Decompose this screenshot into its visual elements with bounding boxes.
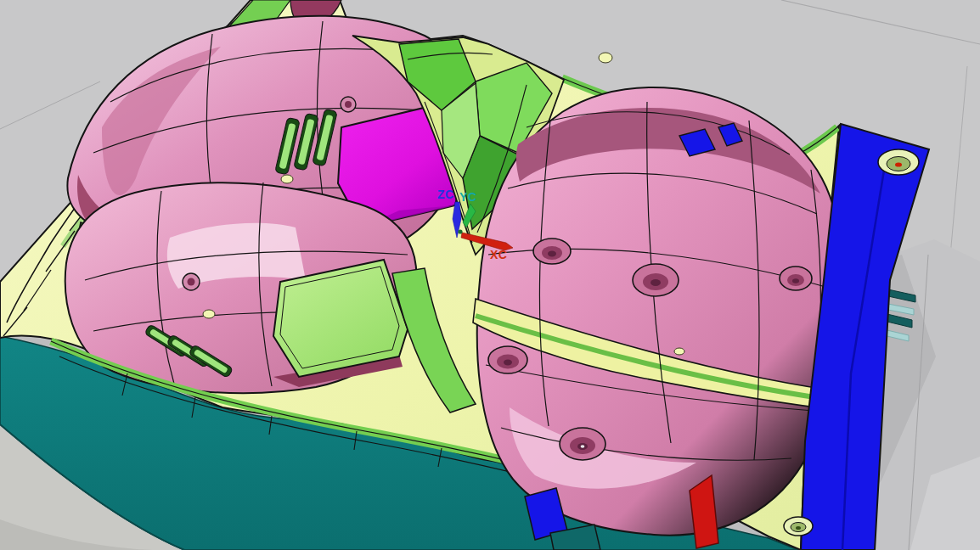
cavity-lower-left[interactable] <box>65 182 417 393</box>
vent-dot <box>674 348 684 355</box>
vent-dot <box>203 310 215 318</box>
vent-dot <box>599 53 612 63</box>
boss-recess[interactable] <box>780 267 812 290</box>
boss-recess[interactable] <box>533 239 571 264</box>
wcs-origin[interactable] <box>458 229 462 233</box>
wcs-z-label: ZC <box>437 188 454 201</box>
boss-recess[interactable] <box>488 346 527 373</box>
wcs-x-label: XC <box>490 248 507 261</box>
clamp-bolt-hole[interactable] <box>784 517 813 536</box>
boss-recess[interactable] <box>633 264 679 296</box>
boss-recess[interactable] <box>560 428 605 460</box>
vent-dot <box>281 175 293 183</box>
clamp-bolt-hole[interactable] <box>878 149 919 175</box>
cad-viewport[interactable]: ZC YC XC <box>0 0 980 550</box>
wcs-y-label: YC <box>459 190 476 204</box>
